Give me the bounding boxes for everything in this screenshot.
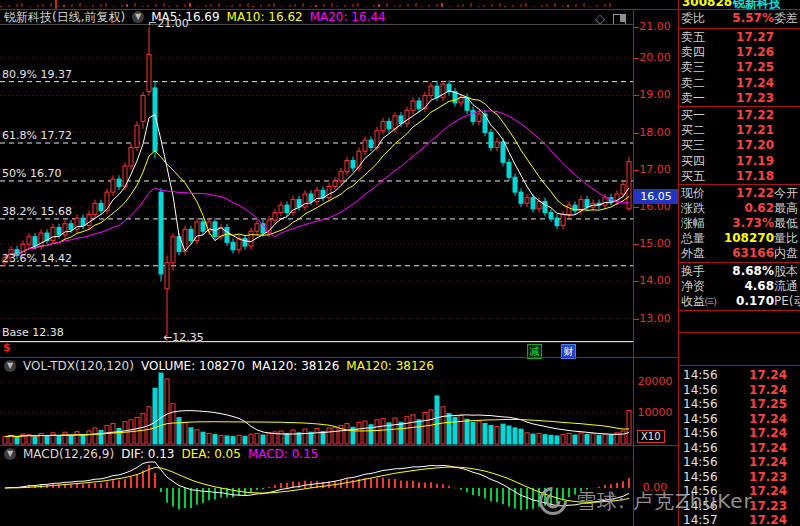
bid-row[interactable]: 买四17.19: [678, 154, 800, 169]
tape-time: 14:56: [683, 441, 718, 455]
snowball-logo-icon: [537, 485, 569, 517]
stat-row-price: 8.68%: [708, 264, 774, 279]
base-line-label: Base 12.38: [2, 326, 64, 339]
chevron-down-icon[interactable]: ▼: [4, 360, 16, 372]
ask-row[interactable]: 卖五17.27: [678, 30, 800, 45]
tape-row[interactable]: 14:5617.24: [680, 368, 800, 382]
stat-row-price: 3.73%: [708, 216, 774, 231]
axis-tick-dash: [634, 319, 639, 320]
tape-price: 17.24: [725, 412, 787, 426]
stat-row-price: 17.22: [708, 186, 774, 201]
stock-code: 300828: [682, 0, 732, 9]
watermark: 雪球: 卢克ZhuKer: [537, 485, 753, 517]
price-axis-tick: 14.00: [634, 274, 676, 287]
weibi-value: 5.57%: [708, 11, 774, 26]
bid-row-label: 买五: [681, 169, 705, 184]
high-marker-label: ⌐21.00: [148, 17, 189, 30]
bid-row[interactable]: 买二17.21: [678, 123, 800, 138]
vol-indicator-name: VOL-TDX(120,120): [23, 359, 134, 373]
weibi-label: 委比: [681, 11, 705, 26]
price-axis-tick: 21.00: [634, 20, 676, 33]
stat-row[interactable]: 涨幅3.73%最低: [678, 216, 800, 231]
bid-row[interactable]: 买一17.22: [678, 108, 800, 123]
panel-sep: [678, 332, 800, 333]
tape-row[interactable]: 14:5617.24: [680, 455, 800, 469]
tape-time: 14:56: [683, 368, 718, 382]
bid-row-price: 17.22: [708, 108, 774, 123]
stock-code-row[interactable]: 300828 锐新科技: [678, 0, 800, 10]
stat-row[interactable]: 涨跌0.62最高: [678, 201, 800, 216]
tdx-stock-app: { "colors": { "up": "#ff3232", "down": "…: [0, 0, 800, 526]
bid-row[interactable]: 买三17.20: [678, 138, 800, 153]
tape-row[interactable]: 14:5617.24: [680, 426, 800, 440]
bid-row[interactable]: 买五17.18: [678, 169, 800, 184]
stat-row[interactable]: 现价17.22今开: [678, 186, 800, 201]
tape-time: 14:56: [683, 397, 718, 411]
price-axis-tick: 18.00: [634, 126, 676, 139]
stat-row-label2: 股本: [774, 264, 798, 279]
chevron-down-icon[interactable]: ▼: [4, 448, 16, 460]
ask-row[interactable]: 卖四17.26: [678, 45, 800, 60]
axis-tick-dash: [634, 95, 639, 96]
macd-value: MACD: 0.15: [248, 447, 319, 461]
bid-row-label: 买四: [681, 154, 705, 169]
stat-row-label2: PE(动: [774, 294, 800, 309]
volume-multiplier-label: X10: [637, 430, 665, 443]
bid-row-price: 17.18: [708, 169, 774, 184]
stat-row[interactable]: 收益㈢0.170PE(动: [678, 294, 800, 309]
ask-row[interactable]: 卖三17.25: [678, 60, 800, 75]
macd-header: ▼ MACD(12,26,9) DIF: 0.13 DEA: 0.05 MACD…: [4, 447, 318, 460]
tape-time: 14:56: [683, 412, 718, 426]
stat-row-price: 4.68: [708, 279, 774, 294]
vol-ma120-white: MA120: 38126: [252, 359, 340, 373]
tape-row[interactable]: 14:5617.24: [680, 383, 800, 397]
ask-row-price: 17.23: [708, 91, 774, 106]
price-axis-tick: 17.00: [634, 163, 676, 176]
watermark-text: 雪球: 卢克ZhuKer: [576, 488, 753, 515]
vol-ma120-yellow: MA120: 38126: [346, 359, 434, 373]
tape-row[interactable]: 14:5617.24: [680, 412, 800, 426]
stat-row-label: 涨幅: [681, 216, 705, 231]
stat-row[interactable]: 总量108270量比: [678, 231, 800, 246]
tape-price: 17.24: [725, 441, 787, 455]
vol-tick-20000: 20000: [634, 375, 676, 388]
stat-row-label: 总量: [681, 231, 705, 246]
panel-sep: [678, 310, 800, 311]
tape-time: 14:56: [683, 383, 718, 397]
dea-value: DEA: 0.05: [181, 447, 240, 461]
panel-sep: [678, 28, 800, 29]
tape-row[interactable]: 14:5617.23: [680, 470, 800, 484]
axis-tick-dash: [634, 281, 639, 282]
stat-row[interactable]: 外盘63166内盘: [678, 246, 800, 261]
axis-tick-dash: [634, 58, 639, 59]
bid-row-price: 17.21: [708, 123, 774, 138]
stat-row[interactable]: 净资4.68流通: [678, 279, 800, 294]
stat-row-price: 0.170: [708, 294, 774, 309]
price-axis-tick: 20.00: [634, 51, 676, 64]
money-icon[interactable]: $: [3, 341, 11, 354]
ask-row-price: 17.26: [708, 45, 774, 60]
stat-row-label: 外盘: [681, 246, 705, 261]
quote-panel: 300828 锐新科技 委比 5.57% 委差 自动续费通达信普及版 交易状态:…: [678, 0, 800, 526]
stat-row-price: 108270: [708, 231, 774, 246]
chart-axis-border: [633, 9, 634, 526]
bid-row-price: 17.20: [708, 138, 774, 153]
tape-price: 17.25: [725, 397, 787, 411]
ask-row-label: 卖五: [681, 30, 705, 45]
ask-row-label: 卖四: [681, 45, 705, 60]
axis-tick-dash: [634, 170, 639, 171]
ask-row-label: 卖三: [681, 60, 705, 75]
stat-row[interactable]: 换手8.68%股本: [678, 264, 800, 279]
low-marker-label: ←12.35: [163, 331, 204, 344]
axis-tick-dash: [634, 207, 639, 208]
ask-row[interactable]: 卖二17.24: [678, 76, 800, 91]
ask-row-price: 17.25: [708, 60, 774, 75]
tape-row[interactable]: 14:5617.24: [680, 441, 800, 455]
macd-indicator-name: MACD(12,26,9): [23, 447, 114, 461]
tape-row[interactable]: 14:5617.25: [680, 397, 800, 411]
ask-row[interactable]: 卖一17.23: [678, 91, 800, 106]
panel-sep: [678, 365, 800, 366]
ask-row-price: 17.24: [708, 76, 774, 91]
panel-sep: [678, 184, 800, 185]
cursor-price-label: 16.05: [634, 189, 678, 204]
